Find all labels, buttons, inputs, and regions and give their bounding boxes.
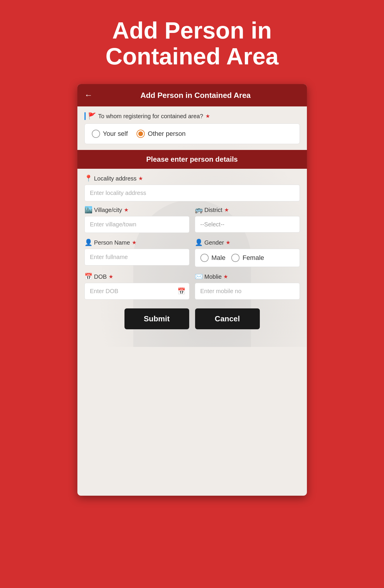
app-header: ← Add Person in Contained Area (77, 84, 307, 106)
gender-male-label: Male (212, 254, 226, 262)
village-label-row: 🏙️ Village/city ★ (84, 206, 189, 214)
registration-question-row: 🚩 To whom registering for contained area… (84, 112, 300, 120)
gender-group: 👤 Gender ★ Male Female (195, 234, 300, 267)
locality-label-row: 📍 Locality address ★ (84, 175, 300, 182)
radio-other[interactable]: Other person (137, 130, 185, 138)
village-input[interactable] (84, 216, 189, 233)
radio-yourself-circle[interactable] (92, 130, 100, 138)
dob-mobile-row: 📅 DOB ★ 📅 ✉️ Moblie ★ (84, 268, 300, 300)
main-title: Add Person inContained Area (105, 18, 278, 69)
section-header: Please enter person details (77, 150, 307, 169)
district-select[interactable]: --Select-- (195, 216, 300, 233)
gender-icon: 👤 (195, 239, 203, 246)
district-required-star: ★ (224, 207, 229, 213)
registration-required-star: ★ (205, 113, 210, 119)
village-district-row: 🏙️ Village/city ★ 🚌 District ★ --Select-… (84, 201, 300, 233)
cancel-button[interactable]: Cancel (195, 308, 260, 329)
buttons-row: Submit Cancel (84, 308, 300, 329)
mobile-label: Moblie (205, 273, 222, 280)
village-label: Village/city (94, 207, 122, 213)
content-area: 🚩 To whom registering for contained area… (77, 106, 307, 347)
mobile-group: ✉️ Moblie ★ (195, 268, 300, 300)
person-name-label-row: 👤 Person Name ★ (84, 239, 189, 246)
dob-label: DOB (94, 273, 107, 280)
person-name-label: Person Name (94, 239, 130, 246)
gender-label-row: 👤 Gender ★ (195, 239, 300, 246)
district-icon: 🚌 (195, 206, 203, 214)
village-group: 🏙️ Village/city ★ (84, 201, 189, 233)
section-header-text: Please enter person details (146, 155, 238, 163)
registration-radio-card: Your self Other person (84, 123, 300, 144)
district-label-row: 🚌 District ★ (195, 206, 300, 214)
person-name-icon: 👤 (84, 239, 92, 246)
gender-female-circle[interactable] (231, 254, 240, 262)
locality-icon: 📍 (84, 175, 92, 182)
dob-label-row: 📅 DOB ★ (84, 273, 189, 280)
name-gender-row: 👤 Person Name ★ 👤 Gender ★ (84, 234, 300, 267)
gender-male-circle[interactable] (200, 254, 209, 262)
dob-required-star: ★ (109, 273, 113, 280)
village-icon: 🏙️ (84, 206, 92, 214)
content-inner: 🚩 To whom registering for contained area… (77, 106, 307, 335)
mobile-required-star: ★ (223, 273, 228, 280)
mobile-input[interactable] (195, 283, 300, 300)
flag-icon: 🚩 (88, 112, 96, 120)
village-required-star: ★ (124, 207, 129, 213)
gender-required-star: ★ (226, 239, 230, 246)
mobile-label-row: ✉️ Moblie ★ (195, 273, 300, 280)
radio-yourself[interactable]: Your self (92, 130, 128, 138)
mobile-icon: ✉️ (195, 273, 203, 280)
dob-group: 📅 DOB ★ 📅 (84, 268, 189, 300)
registration-question-text: To whom registering for contained area? (98, 113, 203, 120)
dob-input[interactable] (84, 283, 189, 300)
district-label: District (205, 207, 222, 213)
gender-label: Gender (205, 239, 224, 246)
gender-female-label: Female (242, 254, 264, 262)
back-button[interactable]: ← (84, 91, 93, 100)
gender-card: Male Female (195, 249, 300, 267)
submit-button[interactable]: Submit (124, 308, 189, 329)
gender-male-option[interactable]: Male (200, 254, 226, 262)
district-group: 🚌 District ★ --Select-- (195, 201, 300, 233)
dob-input-wrapper: 📅 (84, 283, 189, 300)
person-name-group: 👤 Person Name ★ (84, 234, 189, 267)
gender-female-option[interactable]: Female (231, 254, 264, 262)
phone-frame: ← Add Person in Contained Area 🚩 To whom… (77, 84, 307, 496)
person-name-required-star: ★ (132, 239, 137, 246)
dob-icon: 📅 (84, 273, 92, 280)
header-title: Add Person in Contained Area (99, 91, 300, 100)
radio-yourself-label: Your self (103, 130, 128, 138)
locality-required-star: ★ (138, 175, 143, 182)
radio-other-label: Other person (148, 130, 185, 138)
person-name-input[interactable] (84, 249, 189, 265)
radio-other-circle[interactable] (137, 130, 145, 138)
locality-address-input[interactable] (84, 185, 300, 201)
locality-label: Locality address (94, 175, 137, 182)
